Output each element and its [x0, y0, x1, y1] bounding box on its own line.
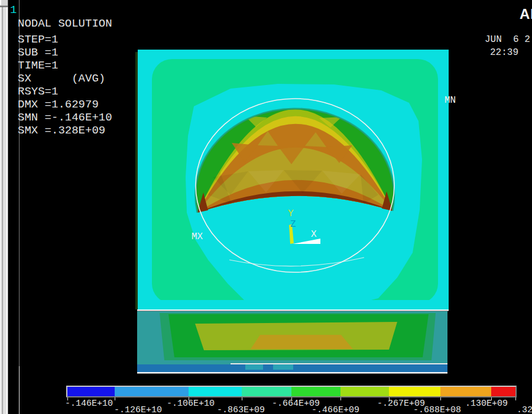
solution-substep: SUB =1	[18, 47, 58, 58]
legend-segment	[340, 387, 390, 396]
legend-segment	[440, 387, 491, 396]
time-stamp: 22:39	[490, 47, 518, 58]
solution-item: SX (AVG)	[18, 73, 105, 84]
solution-rsys: RSYS=1	[18, 86, 58, 97]
legend-label: -.146E+10	[65, 400, 113, 408]
solution-title: NODAL SOLUTION	[18, 18, 112, 30]
block-bottom-face	[137, 311, 447, 374]
legend-label: .130E+09	[465, 400, 508, 408]
solution-smn: SMN =-.146E+10	[18, 112, 112, 123]
legend-tick	[440, 397, 441, 400]
triad-y-label: Y	[288, 208, 294, 219]
legend-tick	[115, 397, 115, 400]
legend-segment	[389, 387, 440, 396]
solution-smx: SMX =.328E+09	[18, 125, 105, 136]
legend-segment	[291, 387, 340, 396]
legend-segment	[189, 387, 242, 396]
graphics-viewport[interactable]	[0, 0, 532, 414]
legend-segment	[115, 387, 188, 396]
triad-z-label: Z	[290, 219, 296, 230]
solution-time: TIME=1	[18, 60, 58, 71]
triad-x-label: X	[311, 229, 317, 240]
legend-label: -.688E+08	[413, 406, 461, 414]
legend-tick	[340, 397, 341, 400]
legend-bar	[66, 386, 517, 397]
legend-segment	[67, 387, 115, 396]
min-stress-label: MN	[445, 95, 456, 106]
legend-tick	[515, 397, 516, 400]
date-stamp: JUN 6 2	[485, 34, 530, 45]
legend-tick	[242, 397, 242, 400]
legend-label: -.106E+10	[167, 400, 215, 408]
max-stress-label: MX	[192, 232, 203, 242]
ansys-logo: AN	[520, 6, 532, 22]
ansys-graphics-window: { "window": { "plot_number": "1", "logo"…	[0, 0, 532, 414]
plot-window-number: 1	[10, 4, 17, 17]
legend-label: -.466E+09	[312, 406, 359, 414]
front-face-bottom-band	[138, 300, 449, 309]
legend-label: -.126E+10	[114, 406, 162, 414]
legend-label: .328E+09	[517, 406, 532, 414]
face-edge-line	[137, 309, 449, 311]
solution-dmx: DMX =1.62979	[18, 99, 99, 110]
legend-segment	[242, 387, 291, 396]
legend-segment	[491, 387, 515, 396]
legend-label: -.863E+09	[217, 406, 265, 414]
solution-step: STEP=1	[18, 34, 58, 45]
